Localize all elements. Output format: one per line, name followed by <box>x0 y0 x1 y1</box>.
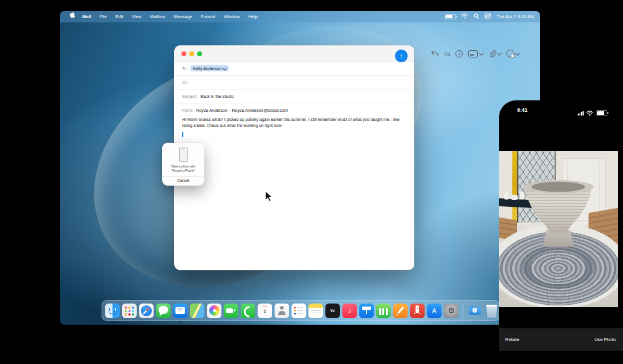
dock-safari-icon[interactable] <box>139 304 154 318</box>
cc-field[interactable]: Cc: <box>174 76 414 89</box>
emoji-picker-icon[interactable] <box>455 50 463 57</box>
menu-item-view[interactable]: View <box>128 11 146 22</box>
menu-item-format[interactable]: Format <box>197 11 220 22</box>
iphone-clock: 9:41 <box>517 107 527 113</box>
text-cursor <box>182 132 183 137</box>
wifi-icon <box>586 108 593 119</box>
dock-app-store-icon[interactable]: A <box>427 304 442 318</box>
pottery-piece <box>511 195 518 200</box>
chevron-down-icon <box>515 50 520 55</box>
menu-item-help[interactable]: Help <box>244 11 261 22</box>
undo-icon[interactable] <box>431 48 439 59</box>
download-arrow-icon: ↓ <box>472 308 477 313</box>
dock: Tue1 tv ♪ A ⚙ ↓ <box>102 300 500 321</box>
subject-value: Back in the studio <box>200 94 233 99</box>
dock-contacts-icon[interactable] <box>275 304 289 318</box>
dock-mail-icon[interactable] <box>173 304 188 318</box>
to-label: To: <box>182 67 188 71</box>
popup-message: Take a photo with “Royce’s iPhone” <box>162 164 204 173</box>
chevron-down-icon <box>223 66 226 70</box>
menu-item-mail[interactable]: Mail <box>78 11 96 22</box>
cancel-button[interactable]: Cancel <box>162 177 204 184</box>
pottery-photo-preview <box>499 151 618 307</box>
mail-compose-window: Aa ↑ To: Kelly Anderson Cc: Subject: Bac… <box>174 45 414 270</box>
dock-divider <box>463 303 463 319</box>
dock-pages-icon[interactable] <box>393 304 408 318</box>
dock-downloads-folder-icon[interactable]: ↓ <box>468 304 482 318</box>
pottery-piece <box>520 191 524 200</box>
message-body[interactable]: Hi Mom! Guess what? I picked up pottery … <box>182 117 407 128</box>
dock-photos-icon[interactable] <box>207 304 221 318</box>
photo-browser-icon <box>468 50 478 57</box>
cellular-signal-icon <box>578 111 584 115</box>
dock-numbers-icon[interactable] <box>376 304 391 318</box>
dock-system-settings-icon[interactable]: ⚙ <box>444 304 458 318</box>
menu-item-window[interactable]: Window <box>220 11 244 22</box>
dock-apple-tv-icon[interactable]: tv <box>325 304 340 318</box>
spotlight-search-icon[interactable] <box>474 13 479 20</box>
iphone-status-bar: 9:41 <box>499 106 623 115</box>
paperclip-icon <box>489 50 496 57</box>
iphone-camera-screen: 9:41 Retake Use Photo <box>499 100 623 364</box>
dock-phone-icon[interactable] <box>241 304 255 318</box>
subject-label: Subject: <box>182 94 197 99</box>
dock-maps-icon[interactable] <box>190 304 204 318</box>
dock-rocket-app-icon[interactable] <box>410 304 425 318</box>
dock-messages-icon[interactable] <box>156 304 171 318</box>
profile-badge-icon <box>506 50 514 57</box>
menu-bar-clock[interactable]: Tue Apr 1 9:41 AM <box>497 14 534 19</box>
insert-from-iphone-button[interactable] <box>506 50 520 57</box>
from-field[interactable]: From: Royce Anderson – Royce.Anderson@ic… <box>174 103 414 117</box>
menu-bar: Mail File Edit View Mailbox Message Form… <box>60 11 540 22</box>
dock-reminders-icon[interactable] <box>292 304 306 318</box>
format-text-button[interactable]: Aa <box>444 51 450 57</box>
music-note-glyph: ♪ <box>348 307 351 315</box>
window-titlebar[interactable]: Aa ↑ <box>174 45 414 62</box>
minimize-window-button[interactable] <box>189 51 194 56</box>
cc-label: Cc: <box>182 80 189 85</box>
retake-button[interactable]: Retake <box>505 337 520 342</box>
menu-item-mailbox[interactable]: Mailbox <box>146 11 170 22</box>
tv-label: tv <box>330 308 335 313</box>
battery-icon[interactable] <box>445 14 455 19</box>
calendar-day: 1 <box>258 308 272 314</box>
chevron-down-icon <box>479 50 484 55</box>
send-button[interactable]: ↑ <box>395 50 408 62</box>
wifi-icon[interactable] <box>461 13 468 20</box>
apple-menu-icon[interactable] <box>67 11 78 22</box>
attach-file-button[interactable] <box>489 50 501 57</box>
menu-item-message[interactable]: Message <box>170 11 197 22</box>
close-window-button[interactable] <box>181 51 186 56</box>
subject-field[interactable]: Subject: Back in the studio <box>174 89 414 103</box>
control-center-icon[interactable] <box>484 13 491 20</box>
use-photo-button[interactable]: Use Photo <box>595 337 616 342</box>
finder-running-indicator <box>112 321 114 323</box>
app-store-letter: A <box>432 307 436 314</box>
dock-calendar-icon[interactable]: Tue1 <box>258 304 272 318</box>
recipient-name: Kelly Anderson <box>193 67 221 71</box>
dock-notes-icon[interactable] <box>308 304 323 318</box>
from-label: From: <box>182 108 193 112</box>
battery-icon <box>596 110 607 116</box>
pot-rim <box>523 180 593 193</box>
iphone-icon <box>179 148 188 162</box>
mouse-cursor <box>265 190 273 204</box>
send-arrow-icon: ↑ <box>400 52 403 59</box>
photo-browser-button[interactable] <box>468 50 483 57</box>
dock-facetime-icon[interactable] <box>224 304 238 318</box>
dock-music-icon[interactable]: ♪ <box>342 304 357 318</box>
chevron-down-icon <box>497 50 502 55</box>
dock-keynote-icon[interactable] <box>359 304 374 318</box>
continuity-camera-popup: Take a photo with “Royce’s iPhone” Cance… <box>162 143 204 186</box>
zoom-window-button[interactable] <box>197 51 202 56</box>
dock-launchpad-icon[interactable] <box>122 304 137 318</box>
menu-item-file[interactable]: File <box>96 11 111 22</box>
gear-icon: ⚙ <box>448 307 455 314</box>
dock-trash-icon[interactable] <box>484 304 499 318</box>
dock-finder-icon[interactable] <box>105 304 120 318</box>
to-field[interactable]: To: Kelly Anderson <box>174 62 414 76</box>
mail-running-indicator <box>180 321 181 323</box>
menu-item-edit[interactable]: Edit <box>111 11 128 22</box>
recipient-token[interactable]: Kelly Anderson <box>191 65 228 71</box>
pottery-piece <box>504 192 509 200</box>
